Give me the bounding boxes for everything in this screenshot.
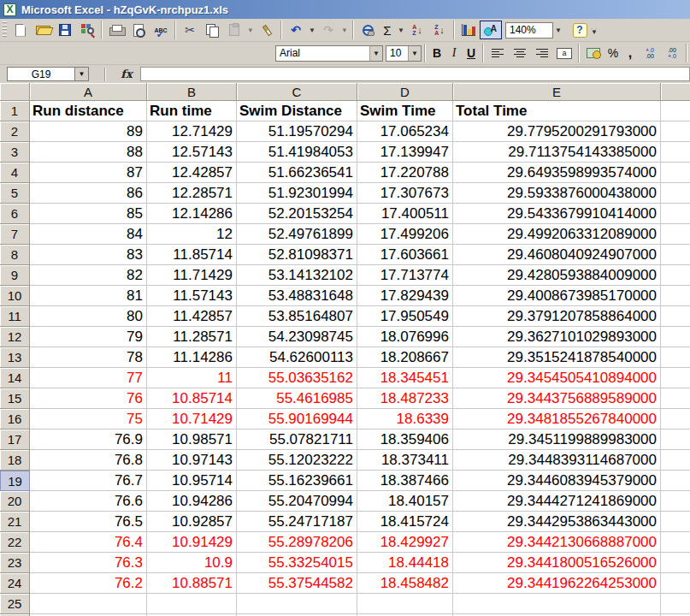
cell-A18[interactable]: 76.8 [30,450,147,471]
cell-A22[interactable]: 76.4 [30,532,147,553]
row-header-13[interactable]: 13 [0,347,30,368]
row-header-12[interactable]: 12 [0,327,30,347]
row-header-18[interactable]: 18 [0,450,30,471]
cell-D15[interactable]: 18.487233 [357,388,453,409]
cell-F20[interactable] [661,491,690,512]
cell-A7[interactable]: 84 [30,224,147,245]
print-button[interactable] [105,21,127,39]
row-header-15[interactable]: 15 [0,388,30,409]
currency-button[interactable] [582,44,604,62]
cell-B18[interactable]: 10.97143 [147,450,237,471]
help-button[interactable]: ? [569,21,591,39]
drawing-button[interactable]: A [480,21,502,39]
row-header-11[interactable]: 11 [0,306,30,327]
row-header-6[interactable]: 6 [0,204,30,224]
search-button[interactable] [76,21,98,39]
underline-button[interactable]: U [463,44,480,62]
row-header-10[interactable]: 10 [0,286,30,306]
cell-E21[interactable]: 29.3442953863443000 [453,512,661,532]
insert-hyperlink-button[interactable] [357,21,379,39]
cell-B16[interactable]: 10.71429 [147,409,237,429]
paste-button[interactable] [223,21,245,39]
cell-B9[interactable]: 11.71429 [147,265,237,286]
cell-C18[interactable]: 55.12023222 [237,450,357,471]
cell-A4[interactable]: 87 [30,163,147,183]
cell-D5[interactable]: 17.307673 [357,183,453,204]
cell-D12[interactable]: 18.076996 [357,327,453,347]
cell-A17[interactable]: 76.9 [30,429,147,450]
row-header-8[interactable]: 8 [0,245,30,265]
insert-function-button[interactable]: fx [118,68,135,80]
cell-A5[interactable]: 86 [30,183,147,204]
cell-A8[interactable]: 83 [30,245,147,265]
cell-B4[interactable]: 12.42857 [147,163,237,183]
cell-C16[interactable]: 55.90169944 [237,409,357,429]
cell-A2[interactable]: 89 [30,121,147,142]
cell-B19[interactable]: 10.95714 [147,471,237,491]
undo-button[interactable]: ↶ [285,21,307,39]
row-header-16[interactable]: 16 [0,409,30,429]
cell-D7[interactable]: 17.499206 [357,224,453,245]
cell-C20[interactable]: 55.20470994 [237,491,357,512]
cell-A23[interactable]: 76.3 [30,553,147,573]
cell-D10[interactable]: 17.829439 [357,286,453,306]
bold-button[interactable]: B [428,44,445,62]
font-size-dropdown[interactable]: ▼ [408,46,421,61]
zoom-combobox[interactable]: 140% [505,22,553,38]
cell-F4[interactable] [661,163,690,183]
cell-F16[interactable] [661,409,690,429]
cell-E5[interactable]: 29.5933876000438000 [453,183,661,204]
name-box[interactable]: G19 [7,67,75,81]
cell-F1[interactable] [661,101,690,121]
row-header-17[interactable]: 17 [0,429,30,450]
copy-button[interactable] [201,21,223,39]
cell-A13[interactable]: 78 [30,347,147,368]
cell-C7[interactable]: 52.49761899 [237,224,357,245]
cell-F17[interactable] [661,429,690,450]
format-painter-button[interactable] [256,21,278,39]
row-header-5[interactable]: 5 [0,183,30,204]
cell-D21[interactable]: 18.415724 [357,512,453,532]
cell-A11[interactable]: 80 [30,306,147,327]
cell-E8[interactable]: 29.4608040924907000 [453,245,661,265]
row-header-19[interactable]: 19 [0,471,30,491]
cell-C12[interactable]: 54.23098745 [237,327,357,347]
row-header-3[interactable]: 3 [0,142,30,163]
row-header-20[interactable]: 20 [0,491,30,512]
column-header-F-partial[interactable] [661,83,690,101]
cell-B11[interactable]: 11.42857 [147,306,237,327]
italic-button[interactable]: I [445,44,463,62]
column-header-A[interactable]: A [30,83,147,101]
select-all-corner[interactable] [0,83,30,101]
cell-C23[interactable]: 55.33254015 [237,553,357,573]
cell-F9[interactable] [661,265,690,286]
cell-E7[interactable]: 29.4992063312089000 [453,224,661,245]
cell-A6[interactable]: 85 [30,204,147,224]
row-header-2[interactable]: 2 [0,121,30,142]
spelling-button[interactable]: ABC✓ [150,21,172,39]
cell-C9[interactable]: 53.14132102 [237,265,357,286]
cell-B6[interactable]: 12.14286 [147,204,237,224]
cell-B3[interactable]: 12.57143 [147,142,237,163]
cell-F15[interactable] [661,388,690,409]
cell-A25[interactable] [30,594,147,614]
cell-D9[interactable]: 17.713774 [357,265,453,286]
chart-wizard-button[interactable] [457,21,480,39]
percent-style-button[interactable]: % [604,44,622,62]
cell-E25[interactable] [453,594,661,614]
cell-F6[interactable] [661,204,690,224]
paste-dropdown[interactable]: ▼ [245,21,256,39]
cell-E22[interactable]: 29.3442130668887000 [453,532,661,553]
zoom-dropdown[interactable]: ▼ [553,21,563,39]
cell-B25[interactable] [147,594,237,614]
cell-D4[interactable]: 17.220788 [357,163,453,183]
cell-F24[interactable] [661,573,690,594]
cell-D23[interactable]: 18.44418 [357,553,453,573]
column-header-C[interactable]: C [237,83,357,101]
cell-A9[interactable]: 82 [30,265,147,286]
cell-D8[interactable]: 17.603661 [357,245,453,265]
cell-D1[interactable]: Swim Time [357,101,453,121]
cell-A12[interactable]: 79 [30,327,147,347]
cell-B7[interactable]: 12 [147,224,237,245]
align-left-button[interactable] [487,44,509,62]
